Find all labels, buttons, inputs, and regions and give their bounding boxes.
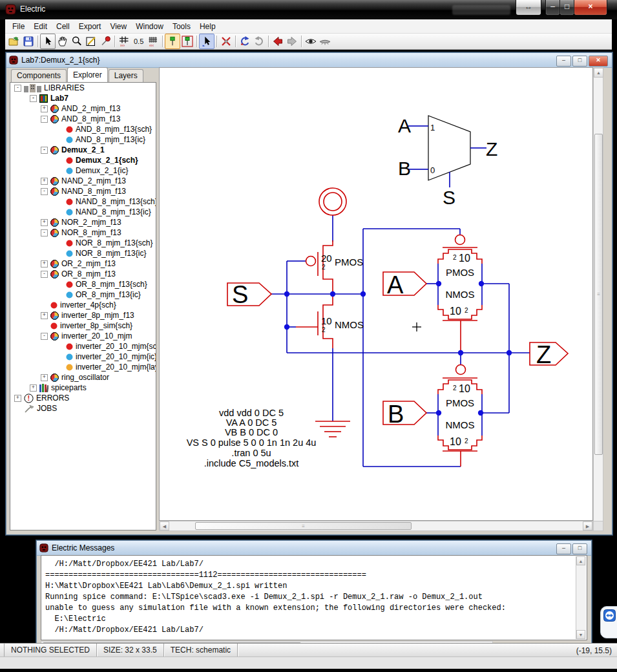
tree-expander[interactable]: - xyxy=(30,95,37,102)
messages-console[interactable]: /H:/Matt/Dropbox/EE421 Lab/Lab7/========… xyxy=(41,555,587,640)
tree-item[interactable]: AND_8_mjm_f13{ic} xyxy=(10,134,156,145)
arrow-back-icon[interactable] xyxy=(271,34,285,48)
wires[interactable] xyxy=(271,215,530,467)
tree-expander[interactable]: + xyxy=(41,312,48,319)
tree-item[interactable]: -inverter_20_10_mjm xyxy=(10,331,156,341)
tools-icon[interactable] xyxy=(219,34,233,48)
teamviewer-panel-tab[interactable] xyxy=(600,606,617,638)
console-scroll-down[interactable]: ▼ xyxy=(576,630,585,639)
menu-export[interactable]: Export xyxy=(74,21,106,32)
save-library-icon[interactable] xyxy=(21,34,36,48)
pin-toggle-on-icon[interactable] xyxy=(165,34,180,49)
console-vscrollbar[interactable]: ▲ ▼ xyxy=(576,556,586,639)
tree-item[interactable]: +NOR_2_mjm_f13 xyxy=(10,217,156,227)
tab-explorer[interactable]: Explorer xyxy=(67,67,108,82)
menu-cell[interactable]: Cell xyxy=(52,21,74,32)
tree-item[interactable]: Demux_2_1{ic} xyxy=(10,165,156,176)
tree-item[interactable]: +inverter_8p_mjm_f13 xyxy=(10,310,156,320)
probe-icon[interactable] xyxy=(98,34,112,48)
edit-minimize-button[interactable]: – xyxy=(556,56,571,67)
tree-item[interactable]: inverter_20_10_mjm{lay} xyxy=(10,362,156,372)
tree-item[interactable]: OR_8_mjm_f13{ic} xyxy=(10,289,156,300)
tree-item[interactable]: AND_8_mjm_f13{sch} xyxy=(10,124,156,134)
tree-expander[interactable]: - xyxy=(41,271,48,278)
tree-item[interactable]: -NAND_8_mjm_f13 xyxy=(10,186,156,196)
export-a-label[interactable]: A xyxy=(387,271,404,299)
switch-window-button[interactable]: ↔ xyxy=(516,0,541,16)
tree-item[interactable]: +AND_2_mjm_f13 xyxy=(10,103,156,114)
rotate-blue-icon[interactable] xyxy=(238,34,252,48)
tree-expander[interactable]: + xyxy=(41,178,48,185)
tree-item[interactable]: +!ERRORS xyxy=(10,393,156,403)
tree-item[interactable]: -NOR_8_mjm_f13 xyxy=(10,227,156,238)
menu-help[interactable]: Help xyxy=(195,21,220,32)
tree-item[interactable]: +spiceparts xyxy=(10,383,156,393)
open-library-icon[interactable] xyxy=(7,34,21,48)
tree-item[interactable]: -AND_8_mjm_f13 xyxy=(10,114,156,124)
mux-wires[interactable] xyxy=(408,126,486,187)
tree-item[interactable]: OR_8_mjm_f13{sch} xyxy=(10,279,156,289)
tree-expander[interactable]: - xyxy=(41,116,48,123)
vscroll-thumb[interactable]: ≡ xyxy=(594,134,603,455)
tree-item[interactable]: -Demux_2_1 xyxy=(10,145,156,155)
tree-item[interactable]: -inverter_4p{sch} xyxy=(10,300,156,310)
canvas-vscrollbar[interactable]: ▲ ≡ ▼ xyxy=(593,67,603,531)
tree-item[interactable]: -JOBS xyxy=(10,403,156,414)
tree-item[interactable]: -LIBRARIES xyxy=(10,83,156,93)
tree-expander[interactable]: + xyxy=(30,384,37,392)
tree-item[interactable]: inverter_20_10_mjm{sch} xyxy=(10,341,156,352)
menu-tools[interactable]: Tools xyxy=(168,21,195,32)
edit-cell-icon[interactable] xyxy=(84,34,98,48)
rotate-gray-icon[interactable] xyxy=(252,34,266,48)
tree-item[interactable]: NAND_8_mjm_f13{sch} xyxy=(10,196,156,207)
edit-close-button[interactable]: ✕ xyxy=(589,56,608,67)
maximize-button[interactable]: □ xyxy=(559,0,574,16)
grid-fine-icon[interactable]: ‹‹‹ xyxy=(146,34,160,48)
tree-item[interactable]: -inverter_8p_sim{sch} xyxy=(10,320,156,331)
tree-expander[interactable]: - xyxy=(14,85,21,92)
zoom-magnifier-icon[interactable] xyxy=(70,34,84,48)
eye-open-icon[interactable] xyxy=(304,34,318,48)
tree-item[interactable]: -OR_8_mjm_f13 xyxy=(10,269,156,279)
tree-item[interactable]: NAND_8_mjm_f13{ic} xyxy=(10,207,156,217)
export-b-label[interactable]: B xyxy=(388,401,404,428)
hscroll-thumb[interactable]: ≡ xyxy=(195,522,412,530)
tree-item[interactable]: +ring_oscillator xyxy=(10,372,156,383)
tree-expander[interactable]: - xyxy=(41,229,48,236)
arrow-forward-icon[interactable] xyxy=(285,34,299,48)
schematic-canvas[interactable]: A B Z S 1 0 xyxy=(159,67,593,521)
tree-item[interactable]: NOR_8_mjm_f13{sch} xyxy=(10,238,156,248)
tree-item[interactable]: -Lab7 xyxy=(10,93,156,103)
tree-item[interactable]: +NAND_2_mjm_f13 xyxy=(10,176,156,186)
scroll-right-arrow[interactable]: ▶ xyxy=(583,521,592,530)
grid-coarse-icon[interactable]: ››› xyxy=(117,34,131,48)
explorer-tree[interactable]: -LIBRARIES-Lab7+AND_2_mjm_f13-AND_8_mjm_… xyxy=(10,82,156,530)
tree-expander[interactable]: + xyxy=(41,374,48,381)
tree-item[interactable]: +OR_2_mjm_f13 xyxy=(10,258,156,269)
pin-export-icon[interactable] xyxy=(180,34,194,48)
menu-edit[interactable]: Edit xyxy=(29,21,52,32)
scroll-left-arrow[interactable]: ◀ xyxy=(160,521,169,530)
tree-item[interactable]: Demux_2_1{sch} xyxy=(10,155,156,165)
close-button[interactable]: × xyxy=(574,0,607,16)
tree-item[interactable]: inverter_20_10_mjm{ic} xyxy=(10,352,156,362)
pan-hand-icon[interactable] xyxy=(56,34,70,48)
tree-expander[interactable]: - xyxy=(41,333,48,340)
edit-maximize-button[interactable]: □ xyxy=(572,56,587,67)
messages-minimize-button[interactable]: – xyxy=(556,543,571,554)
eye-closed-icon[interactable] xyxy=(318,34,332,48)
menu-window[interactable]: Window xyxy=(131,21,168,32)
messages-maximize-button[interactable]: □ xyxy=(572,543,587,554)
messages-titlebar[interactable]: Electric Messages – □ xyxy=(37,541,591,556)
tree-expander[interactable]: + xyxy=(41,219,48,226)
menu-view[interactable]: View xyxy=(105,21,131,32)
menu-file[interactable]: File xyxy=(8,21,29,32)
edit-window-titlebar[interactable]: Lab7:Demux_2_1{sch} – □ ✕ xyxy=(6,53,612,68)
tree-expander[interactable]: + xyxy=(41,260,48,268)
tree-expander[interactable]: - xyxy=(41,147,48,154)
select-arrow-icon[interactable] xyxy=(40,34,56,49)
tab-components[interactable]: Components xyxy=(11,69,67,82)
special-select-icon[interactable] xyxy=(199,34,214,49)
spice-deck-text[interactable]: vdd vdd 0 DC 5 VA A 0 DC 5 VB B 0 DC 0 V… xyxy=(187,408,317,468)
tree-expander[interactable]: + xyxy=(41,105,48,112)
